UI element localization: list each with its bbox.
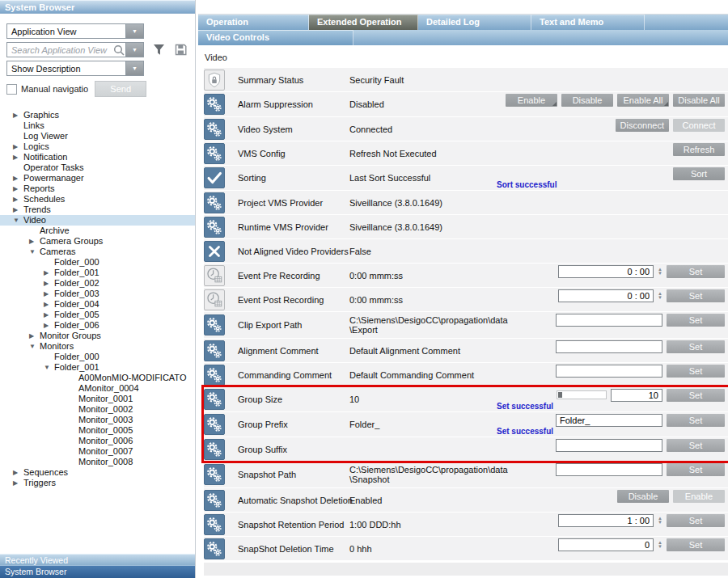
- tree-expanded-icon[interactable]: ▼: [44, 362, 54, 373]
- tree-item-operator-tasks[interactable]: Operator Tasks: [0, 162, 195, 173]
- tab-detailed-log[interactable]: Detailed Log: [418, 15, 531, 30]
- tree-collapsed-icon[interactable]: ▶: [13, 141, 23, 152]
- tree-item-folder-006[interactable]: ▶Folder_006: [0, 320, 195, 331]
- tree-item-folder-000[interactable]: Folder_000: [0, 352, 195, 362]
- tree-collapsed-icon[interactable]: ▶: [29, 331, 40, 341]
- tree-item-video[interactable]: ▼Video: [0, 215, 195, 226]
- disconnect-button[interactable]: Disconnect: [616, 119, 669, 132]
- search-input[interactable]: [7, 45, 112, 55]
- tree-item-folder-003[interactable]: ▶Folder_003: [0, 289, 195, 299]
- disable-all-button[interactable]: Disable All: [673, 94, 725, 107]
- alignment-comment-input[interactable]: [556, 340, 662, 353]
- tab-video-controls[interactable]: Video Controls: [198, 30, 353, 45]
- tree-collapsed-icon[interactable]: ▶: [13, 478, 23, 488]
- snapshot-deletion-time-input[interactable]: [558, 538, 654, 551]
- spinner-arrows-icon[interactable]: ▲▼: [658, 514, 662, 527]
- tree-item-monitor-0007[interactable]: Monitor_0007: [0, 446, 195, 457]
- sort-button[interactable]: Sort: [673, 167, 725, 180]
- manual-navigation-checkbox[interactable]: [6, 84, 17, 95]
- tree-item-cameras[interactable]: ▼Cameras: [0, 247, 195, 257]
- tree-item-monitor-0006[interactable]: Monitor_0006: [0, 436, 195, 446]
- group-prefix-input[interactable]: [556, 414, 662, 427]
- tree-item-monitor-0003[interactable]: Monitor_0003: [0, 415, 195, 425]
- chevron-down-icon[interactable]: ▼: [125, 61, 143, 75]
- group-size-input[interactable]: [611, 389, 662, 402]
- group-size-slider[interactable]: [557, 390, 607, 399]
- tree-item-archive[interactable]: Archive: [0, 226, 195, 236]
- slider-handle[interactable]: [558, 392, 562, 398]
- commanding-comment-input[interactable]: [556, 365, 662, 378]
- tree-collapsed-icon[interactable]: ▶: [13, 152, 23, 162]
- save-icon[interactable]: [174, 43, 188, 57]
- view-selector-dropdown[interactable]: Application View ▼: [6, 23, 144, 39]
- system-browser-bar[interactable]: System Browser: [0, 565, 195, 578]
- snapshot-retention-period-input[interactable]: [558, 514, 654, 527]
- tree-collapsed-icon[interactable]: ▶: [13, 110, 23, 120]
- tree-item-logics[interactable]: ▶Logics: [0, 141, 195, 152]
- disable-button[interactable]: Disable: [617, 490, 669, 503]
- event-pre-recording-input[interactable]: [558, 265, 654, 278]
- tree-item-graphics[interactable]: ▶Graphics: [0, 110, 195, 120]
- snapshot-path-input[interactable]: [556, 463, 662, 476]
- set-button[interactable]: Set: [667, 514, 725, 527]
- set-button[interactable]: Set: [667, 463, 725, 476]
- tree-item-powermanager[interactable]: ▶Powermanager: [0, 173, 195, 184]
- tree-item-trends[interactable]: ▶Trends: [0, 205, 195, 215]
- tree-collapsed-icon[interactable]: ▶: [29, 236, 40, 247]
- disable-button[interactable]: Disable: [561, 94, 613, 107]
- tree-item-folder-001[interactable]: ▼Folder_001: [0, 362, 195, 373]
- tree-item-sequences[interactable]: ▶Sequences: [0, 467, 195, 478]
- tree-collapsed-icon[interactable]: ▶: [13, 467, 23, 478]
- tree-item-folder-004[interactable]: ▶Folder_004: [0, 299, 195, 310]
- enable-all-button[interactable]: Enable All: [617, 94, 669, 107]
- tree-item-folder-001[interactable]: ▶Folder_001: [0, 268, 195, 278]
- tree-collapsed-icon[interactable]: ▶: [44, 278, 54, 289]
- tree-collapsed-icon[interactable]: ▶: [13, 173, 23, 184]
- search-box[interactable]: ▼: [6, 42, 144, 57]
- tree-item-folder-000[interactable]: Folder_000: [0, 257, 195, 268]
- tab-text-and-memo[interactable]: Text and Memo: [531, 15, 645, 30]
- set-button[interactable]: Set: [667, 439, 725, 452]
- tree-item-notification[interactable]: ▶Notification: [0, 152, 195, 162]
- enable-button[interactable]: Enable: [673, 490, 725, 503]
- event-post-recording-input[interactable]: [558, 289, 654, 302]
- set-button[interactable]: Set: [667, 340, 725, 353]
- tree-item-monitor-0002[interactable]: Monitor_0002: [0, 404, 195, 415]
- set-button[interactable]: Set: [667, 538, 725, 551]
- tab-extended-operation[interactable]: Extended Operation: [309, 15, 418, 30]
- set-button[interactable]: Set: [667, 314, 725, 327]
- tree-expanded-icon[interactable]: ▼: [29, 341, 40, 352]
- set-button[interactable]: Set: [667, 414, 725, 427]
- tree-item-reports[interactable]: ▶Reports: [0, 184, 195, 194]
- spinner-arrows-icon[interactable]: ▲▼: [658, 538, 662, 551]
- tree-item-monitor-0005[interactable]: Monitor_0005: [0, 425, 195, 436]
- tree-item-amonitor-0004[interactable]: AMonitor_0004: [0, 383, 195, 394]
- tree-item-monitor-groups[interactable]: ▶Monitor Groups: [0, 331, 195, 341]
- connect-button[interactable]: Connect: [673, 119, 725, 132]
- clip-export-path-input[interactable]: [556, 314, 662, 327]
- tree-item-monitor-0008[interactable]: Monitor_0008: [0, 457, 195, 467]
- send-button[interactable]: Send: [95, 81, 146, 97]
- tree-collapsed-icon[interactable]: ▶: [13, 205, 23, 215]
- tree-item-camera-groups[interactable]: ▶Camera Groups: [0, 236, 195, 247]
- filter-icon[interactable]: [152, 43, 166, 57]
- tree-collapsed-icon[interactable]: ▶: [44, 310, 54, 320]
- tree-item-links[interactable]: Links: [0, 120, 195, 131]
- tree-item-a00monmio-modificato[interactable]: A00MonMIO-MODIFICATO: [0, 373, 195, 383]
- tree-collapsed-icon[interactable]: ▶: [13, 194, 23, 205]
- search-chevron-down-icon[interactable]: ▼: [125, 43, 143, 57]
- set-button[interactable]: Set: [667, 365, 725, 378]
- set-button[interactable]: Set: [667, 265, 725, 278]
- tab-operation[interactable]: Operation: [198, 15, 309, 30]
- tree-item-folder-005[interactable]: ▶Folder_005: [0, 310, 195, 320]
- tree-item-folder-002[interactable]: ▶Folder_002: [0, 278, 195, 289]
- display-mode-dropdown[interactable]: Show Description ▼: [6, 61, 144, 76]
- tree-item-triggers[interactable]: ▶Triggers: [0, 478, 195, 488]
- tree-item-log-viewer[interactable]: Log Viewer: [0, 131, 195, 141]
- chevron-down-icon[interactable]: ▼: [125, 24, 143, 38]
- tree-collapsed-icon[interactable]: ▶: [44, 299, 54, 310]
- spinner-arrows-icon[interactable]: ▲▼: [658, 289, 662, 302]
- tree-collapsed-icon[interactable]: ▶: [13, 184, 23, 194]
- enable-button[interactable]: Enable: [506, 94, 557, 107]
- group-suffix-input[interactable]: [556, 439, 662, 452]
